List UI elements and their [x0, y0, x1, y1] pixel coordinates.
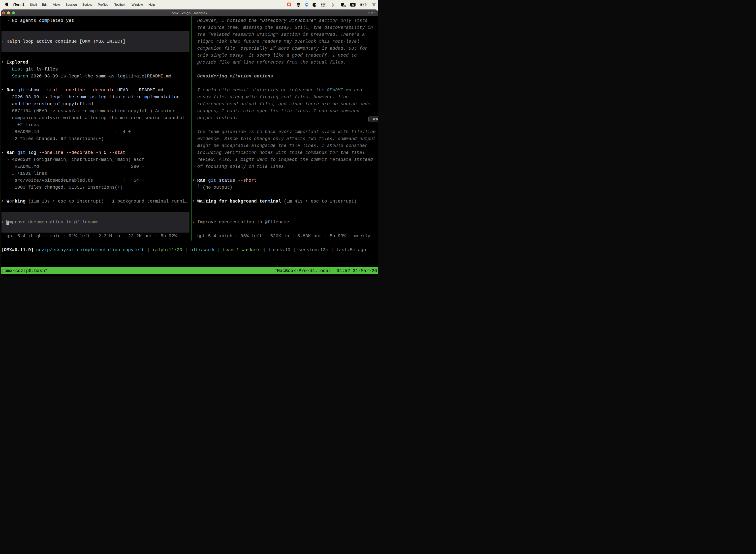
svg-text:..61: ..61 — [342, 5, 345, 7]
svg-text:A: A — [352, 3, 354, 6]
